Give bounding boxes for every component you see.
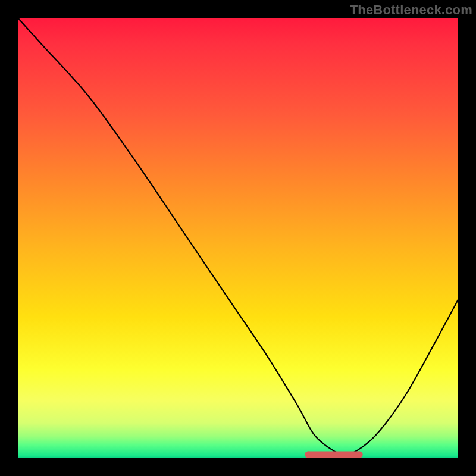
optimal-range-end-dot <box>356 452 363 458</box>
curve-layer <box>18 18 458 458</box>
optimal-range-start-dot <box>305 452 312 458</box>
plot-area <box>18 18 458 458</box>
watermark-text: TheBottleneck.com <box>350 2 472 18</box>
chart-frame: TheBottleneck.com <box>0 0 476 476</box>
bottleneck-curve <box>18 18 458 456</box>
